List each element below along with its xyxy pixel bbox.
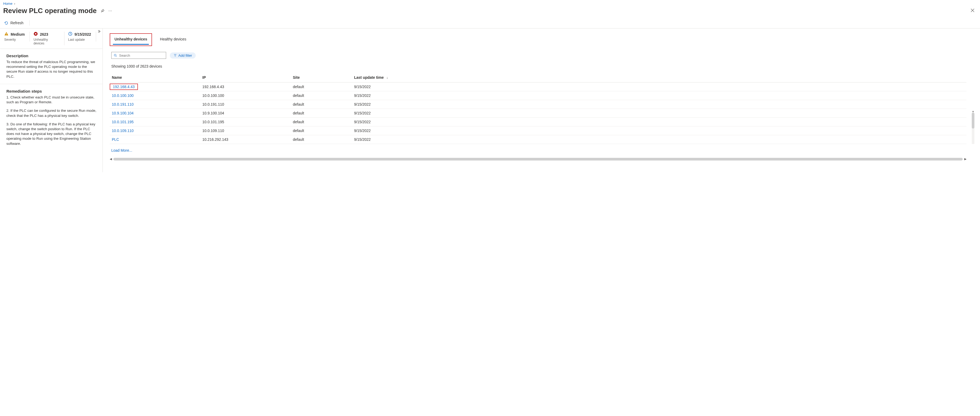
table-row[interactable]: PLC10.216.292.143default9/15/2022 xyxy=(110,135,966,144)
severity-value: Medium xyxy=(11,32,25,37)
devices-table: Name IP Site Last update time ↓ 192.168.… xyxy=(110,73,966,144)
table-row[interactable]: 192.168.4.43192.168.4.43default9/15/2022 xyxy=(110,83,966,91)
remediation-step: 2. If the PLC can be configured to the s… xyxy=(6,108,97,118)
device-name-link[interactable]: 10.0.101.195 xyxy=(112,120,134,124)
details-pane: Medium Severity 2623 Unhealthy devices xyxy=(0,29,103,172)
add-filter-label: Add filter xyxy=(178,54,192,57)
device-site: default xyxy=(291,109,352,117)
pin-icon[interactable] xyxy=(100,9,105,13)
scroll-up-icon[interactable]: ▲ xyxy=(972,110,974,113)
col-name[interactable]: Name xyxy=(110,73,200,83)
device-last-update: 9/15/2022 xyxy=(352,109,966,117)
tab-highlight-box: Unhealthy devices xyxy=(110,33,152,46)
last-update-label: Last update xyxy=(68,38,91,41)
device-name-link[interactable]: 10.0.191.110 xyxy=(112,102,134,106)
device-name-link[interactable]: 10.0.109.110 xyxy=(112,129,134,133)
device-ip: 10.9.100.104 xyxy=(200,109,291,117)
col-site[interactable]: Site xyxy=(291,73,352,83)
device-last-update: 9/15/2022 xyxy=(352,126,966,135)
device-site: default xyxy=(291,91,352,100)
device-site: default xyxy=(291,100,352,109)
device-site: default xyxy=(291,126,352,135)
search-field[interactable] xyxy=(119,54,164,57)
table-row[interactable]: 10.0.101.19510.0.101.195default9/15/2022 xyxy=(110,117,966,126)
device-site: default xyxy=(291,135,352,144)
load-more-link[interactable]: Load More... xyxy=(111,148,975,152)
remediation-section: Remediation steps 1. Check whether each … xyxy=(0,84,102,151)
table-row[interactable]: 10.0.100.10010.0.100.100default9/15/2022 xyxy=(110,91,966,100)
device-name-link[interactable]: 10.0.100.100 xyxy=(112,94,134,98)
refresh-button[interactable]: Refresh xyxy=(4,21,24,25)
remediation-step: 1. Check whether each PLC must be in uns… xyxy=(6,95,97,105)
metrics-strip: Medium Severity 2623 Unhealthy devices xyxy=(0,29,102,49)
title-row: Review PLC operating mode ⋯ xyxy=(0,6,980,19)
unhealthy-value: 2623 xyxy=(40,32,48,37)
table-row[interactable]: 10.0.191.11010.0.191.110default9/15/2022 xyxy=(110,100,966,109)
more-icon[interactable]: ⋯ xyxy=(108,9,113,13)
device-ip: 10.0.191.110 xyxy=(200,100,291,109)
remediation-heading: Remediation steps xyxy=(6,89,97,94)
tab-healthy-devices[interactable]: Healthy devices xyxy=(158,34,188,45)
col-last-update-label: Last update time xyxy=(354,75,383,79)
showing-count: Showing 1000 of 2623 devices xyxy=(111,64,975,68)
table-row[interactable]: 10.0.109.11010.0.109.110default9/15/2022 xyxy=(110,126,966,135)
tab-unhealthy-devices[interactable]: Unhealthy devices xyxy=(113,34,149,45)
device-last-update: 9/15/2022 xyxy=(352,91,966,100)
warning-icon xyxy=(4,32,8,37)
device-name-link[interactable]: 192.168.4.43 xyxy=(110,84,138,90)
svg-point-6 xyxy=(114,54,116,56)
svg-rect-3 xyxy=(6,35,6,35)
scroll-right-icon[interactable]: ▶ xyxy=(964,157,966,161)
breadcrumb: Home › xyxy=(0,0,980,6)
description-section: Description To reduce the threat of mali… xyxy=(0,49,102,84)
device-name-link[interactable]: 10.9.100.104 xyxy=(112,111,134,115)
error-icon xyxy=(33,32,38,37)
description-body: To reduce the threat of malicious PLC pr… xyxy=(6,60,97,79)
col-ip[interactable]: IP xyxy=(200,73,291,83)
devices-pane: Unhealthy devices Healthy devices Add fi… xyxy=(103,29,980,172)
filter-icon xyxy=(173,54,177,57)
table-row[interactable]: 10.9.100.10410.9.100.104default9/15/2022 xyxy=(110,109,966,117)
remediation-step: 3. Do one of the following: If the PLC h… xyxy=(6,122,97,146)
device-ip: 10.0.109.110 xyxy=(200,126,291,135)
clock-icon xyxy=(68,32,72,37)
svg-line-7 xyxy=(116,56,117,57)
device-last-update: 9/15/2022 xyxy=(352,117,966,126)
add-filter-button[interactable]: Add filter xyxy=(170,52,196,59)
breadcrumb-home[interactable]: Home xyxy=(3,2,13,6)
command-bar: Refresh xyxy=(0,19,980,29)
metric-unhealthy: 2623 Unhealthy devices xyxy=(33,32,64,45)
device-ip: 192.168.4.43 xyxy=(200,83,291,91)
device-ip: 10.0.100.100 xyxy=(200,91,291,100)
scroll-left-icon[interactable]: ◀ xyxy=(110,157,112,161)
col-last-update[interactable]: Last update time ↓ xyxy=(352,73,966,83)
command-separator xyxy=(29,20,30,25)
search-input[interactable] xyxy=(111,52,166,59)
page-title: Review PLC operating mode xyxy=(3,6,97,15)
vertical-scrollbar[interactable]: ▲ ▼ xyxy=(972,110,975,144)
close-icon[interactable] xyxy=(970,8,977,13)
device-site: default xyxy=(291,83,352,91)
sort-desc-icon: ↓ xyxy=(386,76,388,79)
device-site: default xyxy=(291,117,352,126)
device-ip: 10.216.292.143 xyxy=(200,135,291,144)
unhealthy-label: Unhealthy devices xyxy=(33,38,59,45)
refresh-label: Refresh xyxy=(10,21,24,25)
metric-severity: Medium Severity xyxy=(4,32,30,41)
last-update-value: 9/15/2022 xyxy=(75,32,91,37)
chevron-right-icon: › xyxy=(14,2,15,6)
device-last-update: 9/15/2022 xyxy=(352,135,966,144)
metric-last-update: 9/15/2022 Last update xyxy=(68,32,96,41)
device-ip: 10.0.101.195 xyxy=(200,117,291,126)
svg-rect-2 xyxy=(6,33,6,34)
device-name-link[interactable]: PLC xyxy=(112,137,119,141)
device-last-update: 9/15/2022 xyxy=(352,83,966,91)
search-icon xyxy=(114,54,117,57)
metrics-expand-icon[interactable] xyxy=(97,30,101,34)
description-heading: Description xyxy=(6,54,97,58)
device-last-update: 9/15/2022 xyxy=(352,100,966,109)
horizontal-scrollbar[interactable]: ◀ ▶ xyxy=(110,157,966,161)
severity-label: Severity xyxy=(4,38,25,41)
